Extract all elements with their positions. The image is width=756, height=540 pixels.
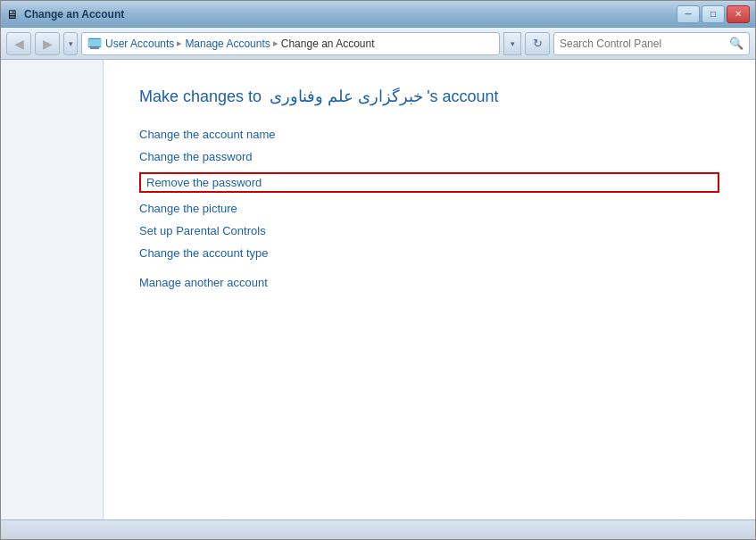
window-icon: 🖥 bbox=[6, 7, 19, 21]
address-dropdown-button[interactable]: ▾ bbox=[503, 32, 521, 55]
search-container: 🔍 bbox=[553, 32, 750, 55]
manage-another-link[interactable]: Manage another account bbox=[139, 276, 268, 289]
back-button[interactable]: ◀ bbox=[6, 32, 31, 55]
svg-rect-1 bbox=[90, 47, 99, 49]
gap-section: Manage another account bbox=[139, 276, 719, 289]
heading-suffix: 's account bbox=[427, 87, 498, 105]
change-password-link[interactable]: Change the password bbox=[139, 150, 719, 163]
title-bar-left: 🖥 Change an Account bbox=[6, 7, 124, 21]
breadcrumb-sep-1: ▸ bbox=[177, 37, 182, 49]
window: 🖥 Change an Account ─ □ ✕ ◀ ▶ ▾ User Acc… bbox=[0, 0, 756, 540]
breadcrumb-item-manage-accounts[interactable]: Manage Accounts bbox=[185, 37, 270, 50]
breadcrumb-sep-2: ▸ bbox=[273, 37, 278, 49]
status-bar bbox=[1, 519, 755, 539]
remove-password-link[interactable]: Remove the password bbox=[139, 172, 719, 193]
page-heading: Make changes to خبرگزاری علم وفناوری's a… bbox=[139, 87, 719, 106]
title-bar: 🖥 Change an Account ─ □ ✕ bbox=[1, 1, 755, 28]
content-area: Make changes to خبرگزاری علم وفناوری's a… bbox=[1, 60, 755, 519]
minimize-button[interactable]: ─ bbox=[677, 5, 700, 23]
account-name: خبرگزاری علم وفناوری bbox=[270, 87, 423, 105]
breadcrumb-icon bbox=[87, 37, 102, 51]
title-bar-buttons: ─ □ ✕ bbox=[677, 5, 750, 23]
address-bar: ◀ ▶ ▾ User Accounts ▸ Manage Accounts ▸ … bbox=[1, 28, 755, 60]
change-type-link[interactable]: Change the account type bbox=[139, 246, 719, 260]
close-button[interactable]: ✕ bbox=[727, 5, 750, 23]
breadcrumb-current: Change an Account bbox=[281, 37, 375, 50]
forward-button[interactable]: ▶ bbox=[35, 32, 60, 55]
search-icon: 🔍 bbox=[729, 37, 744, 50]
maximize-button[interactable]: □ bbox=[702, 5, 725, 23]
svg-rect-2 bbox=[88, 39, 101, 46]
search-input[interactable] bbox=[560, 37, 729, 50]
parental-controls-link[interactable]: Set up Parental Controls bbox=[139, 224, 719, 237]
breadcrumb-item-user-accounts[interactable]: User Accounts bbox=[105, 37, 174, 50]
title-bar-text: Change an Account bbox=[24, 8, 124, 21]
left-panel bbox=[1, 60, 104, 519]
refresh-button[interactable]: ↻ bbox=[525, 32, 550, 55]
change-picture-link[interactable]: Change the picture bbox=[139, 202, 719, 215]
action-links: Change the account name Change the passw… bbox=[139, 128, 719, 289]
nav-dropdown-button[interactable]: ▾ bbox=[63, 32, 78, 55]
change-name-link[interactable]: Change the account name bbox=[139, 128, 719, 141]
heading-prefix: Make changes to bbox=[139, 87, 262, 105]
breadcrumb-container: User Accounts ▸ Manage Accounts ▸ Change… bbox=[81, 32, 500, 55]
main-panel: Make changes to خبرگزاری علم وفناوری's a… bbox=[104, 60, 755, 519]
